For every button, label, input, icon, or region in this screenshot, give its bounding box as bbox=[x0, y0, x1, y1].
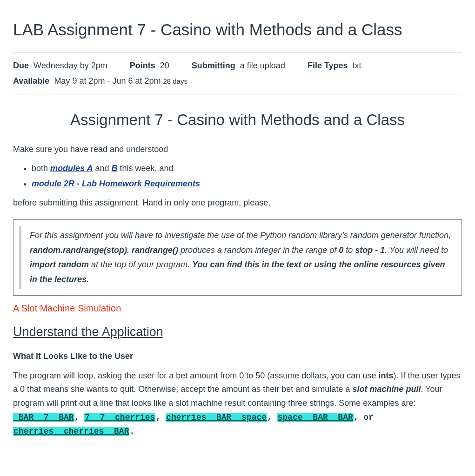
due-value: Wednesday by 2pm bbox=[33, 61, 107, 70]
code-highlight: cherries cherries BAR bbox=[13, 427, 129, 436]
text-bold: 0 bbox=[339, 245, 343, 255]
modules-a-link[interactable]: modules A bbox=[50, 164, 93, 173]
due-pair: DueWednesday by 2pm bbox=[13, 60, 107, 72]
submitting-label: Submitting bbox=[192, 61, 235, 70]
due-label: Due bbox=[13, 61, 29, 70]
text-bold: randrange() bbox=[132, 245, 178, 255]
available-value: May 9 at 2pm - Jun 6 at 2pm bbox=[54, 76, 161, 86]
submitting-pair: Submittinga file upload bbox=[192, 60, 285, 72]
points-value: 20 bbox=[160, 61, 169, 70]
module-2r-link[interactable]: module 2R - Lab Homework Requirements bbox=[32, 179, 200, 188]
requirements-list: both modules A and B this week, and modu… bbox=[13, 162, 462, 190]
note-box: For this assignment you will have to inv… bbox=[13, 219, 462, 296]
text: , or bbox=[354, 413, 374, 422]
body-paragraph: The program will loop, asking the user f… bbox=[13, 369, 462, 439]
points-label: Points bbox=[130, 61, 155, 70]
list-item: module 2R - Lab Homework Requirements bbox=[32, 178, 462, 190]
text: both bbox=[32, 164, 50, 173]
filetypes-pair: File Typestxt bbox=[308, 60, 361, 72]
code-highlight: BAR 7 BAR bbox=[13, 413, 74, 422]
code-highlight: 7 7 cherries bbox=[84, 413, 155, 422]
meta-row-1: DueWednesday by 2pm Points20 Submittinga… bbox=[13, 60, 462, 72]
text: this week, and bbox=[117, 164, 173, 173]
text: to bbox=[343, 245, 355, 255]
list-item: both modules A and B this week, and bbox=[32, 162, 462, 175]
available-label: Available bbox=[13, 76, 49, 86]
modules-b-link[interactable]: B bbox=[111, 164, 117, 173]
points-pair: Points20 bbox=[130, 60, 169, 72]
text: and bbox=[93, 164, 111, 173]
text-bold: ints bbox=[378, 371, 393, 380]
note-text: For this assignment you will have to inv… bbox=[19, 226, 453, 289]
code-highlight: space BAR BAR bbox=[277, 413, 354, 422]
text: . bbox=[127, 245, 132, 255]
available-pair: AvailableMay 9 at 2pm - Jun 6 at 2pm 28 … bbox=[13, 75, 187, 87]
filetypes-label: File Types bbox=[308, 61, 348, 70]
meta-row-2: AvailableMay 9 at 2pm - Jun 6 at 2pm 28 … bbox=[13, 75, 462, 87]
text: , bbox=[155, 413, 166, 422]
submitting-value: a file upload bbox=[240, 61, 285, 70]
subsection-heading: What it Looks Like to the User bbox=[13, 350, 462, 363]
available-days: 28 days bbox=[163, 77, 188, 85]
text: For this assignment you will have to inv… bbox=[30, 231, 451, 240]
content-title: Assignment 7 - Casino with Methods and a… bbox=[13, 108, 462, 132]
section-heading-underlined: Understand the Application bbox=[13, 323, 462, 342]
filetypes-value: txt bbox=[353, 61, 361, 70]
text-emphasis: slot machine pull bbox=[352, 384, 421, 394]
assignment-meta: DueWednesday by 2pm Points20 Submittinga… bbox=[13, 60, 462, 87]
text: . You will need to bbox=[385, 245, 448, 255]
text: produces a random integer in the range o… bbox=[178, 245, 339, 255]
text: The program will loop, asking the user f… bbox=[13, 371, 378, 380]
intro-paragraph: Make sure you have read and understood bbox=[13, 143, 462, 156]
divider-top bbox=[13, 53, 462, 53]
text-bold: import random bbox=[30, 260, 89, 269]
text-bold: random.randrange(stop) bbox=[30, 245, 127, 255]
text: . bbox=[129, 427, 134, 436]
divider-bottom bbox=[13, 94, 462, 94]
text-bold: stop - 1 bbox=[355, 245, 385, 255]
text: , bbox=[74, 413, 85, 422]
code-highlight: cherries BAR space bbox=[166, 413, 267, 422]
section-heading-red: A Slot Machine Simulation bbox=[13, 301, 462, 315]
page-title: LAB Assignment 7 - Casino with Methods a… bbox=[13, 18, 462, 42]
text: at the top of your program. bbox=[89, 260, 192, 269]
text: , bbox=[267, 413, 277, 422]
after-list-paragraph: before submitting this assignment. Hand … bbox=[13, 197, 462, 209]
